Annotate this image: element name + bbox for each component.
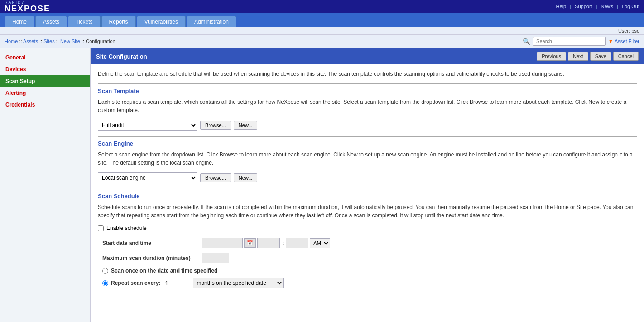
- repeat-frequency-select[interactable]: months on the specified date weeks days …: [193, 278, 284, 288]
- scan-engine-desc: Select a scan engine from the dropdown l…: [98, 151, 637, 167]
- user-label: User: pso: [618, 28, 639, 34]
- start-date-row: Start date and time 📅 : AM PM: [98, 238, 637, 248]
- sidebar-item-devices[interactable]: Devices: [0, 63, 90, 75]
- repeat-scan-radio[interactable]: [102, 280, 108, 286]
- search-input[interactable]: [533, 37, 606, 46]
- scan-schedule-desc: Schedule scans to run once or repeatedly…: [98, 203, 637, 220]
- scan-engine-divider: [98, 136, 637, 137]
- enable-schedule-label: Enable schedule: [106, 225, 147, 231]
- next-button[interactable]: Next: [568, 52, 588, 61]
- enable-schedule-row: Enable schedule: [98, 225, 637, 231]
- support-link[interactable]: Support: [575, 4, 592, 9]
- breadcrumb-assets[interactable]: Assets: [23, 39, 38, 44]
- intro-text: Define the scan template and schedule th…: [98, 70, 637, 78]
- sidebar: General Devices Scan Setup Alerting Cred…: [0, 48, 91, 322]
- start-date-input[interactable]: [202, 238, 243, 248]
- sidebar-item-scan-setup[interactable]: Scan Setup: [0, 75, 90, 87]
- search-area: 🔍 ▼ Asset Filter: [523, 37, 639, 46]
- config-header: Site Configuration Previous Next Save Ca…: [91, 48, 644, 64]
- time-separator: :: [282, 240, 284, 246]
- help-link[interactable]: Help: [556, 4, 567, 9]
- section-content: Define the scan template and schedule th…: [91, 64, 644, 298]
- sidebar-item-general[interactable]: General: [0, 52, 90, 63]
- scan-engine-title: Scan Engine: [98, 140, 637, 147]
- save-button[interactable]: Save: [590, 52, 611, 61]
- breadcrumb-bar: Home :: Assets :: Sites :: New Site :: C…: [0, 35, 644, 48]
- previous-button[interactable]: Previous: [537, 52, 566, 61]
- top-links: Help | Support | News | Log Out: [556, 4, 639, 9]
- time-minutes-input[interactable]: [286, 238, 308, 248]
- filter-icon: ▼: [608, 39, 613, 44]
- max-duration-row: Maximum scan duration (minutes): [98, 253, 637, 263]
- scan-once-radio[interactable]: [102, 268, 108, 274]
- tab-home[interactable]: Home: [5, 16, 34, 27]
- max-duration-input[interactable]: [202, 253, 229, 263]
- scan-once-label: Scan once on the date and time specified: [111, 268, 217, 274]
- tab-tickets[interactable]: Tickets: [68, 16, 101, 27]
- breadcrumb-home[interactable]: Home: [5, 39, 18, 44]
- calendar-button[interactable]: 📅: [244, 238, 256, 248]
- scan-engine-select[interactable]: Local scan engine Remote engine 1: [98, 172, 197, 183]
- scan-engine-browse-button[interactable]: Browse...: [200, 173, 231, 182]
- content-area: Site Configuration Previous Next Save Ca…: [91, 48, 644, 322]
- tab-reports[interactable]: Reports: [101, 16, 136, 27]
- time-hours-input[interactable]: [257, 238, 280, 248]
- start-date-label: Start date and time: [102, 240, 202, 246]
- user-bar: User: pso: [0, 27, 644, 35]
- asset-filter-label: Asset Filter: [615, 39, 639, 44]
- tab-administration[interactable]: Administration: [187, 16, 236, 27]
- logo-area: RAPID7 NEXPOSE: [5, 0, 50, 13]
- search-icon: 🔍: [523, 38, 530, 45]
- repeat-value-input[interactable]: [163, 278, 190, 288]
- top-bar: RAPID7 NEXPOSE Help | Support | News | L…: [0, 0, 644, 13]
- enable-schedule-checkbox[interactable]: [98, 225, 104, 231]
- logo-icon: RAPID7 NEXPOSE: [5, 0, 50, 13]
- config-title: Site Configuration: [96, 53, 147, 60]
- scan-template-desc: Each site requires a scan template, whic…: [98, 98, 637, 114]
- scan-once-row: Scan once on the date and time specified: [98, 268, 637, 274]
- logout-link[interactable]: Log Out: [622, 4, 639, 9]
- repeat-scan-label: Repeat scan every:: [111, 280, 160, 286]
- breadcrumb-configuration: Configuration: [86, 39, 115, 44]
- scan-template-row: Full audit Discovery scan Exhaustive Web…: [98, 120, 637, 131]
- cancel-button[interactable]: Cancel: [613, 52, 639, 61]
- scan-template-browse-button[interactable]: Browse...: [200, 121, 231, 130]
- scan-engine-new-button[interactable]: New...: [234, 173, 258, 182]
- breadcrumb: Home :: Assets :: Sites :: New Site :: C…: [5, 39, 115, 44]
- tab-vulnerabilities[interactable]: Vulnerabilities: [137, 16, 186, 27]
- max-duration-label: Maximum scan duration (minutes): [102, 255, 202, 261]
- config-buttons: Previous Next Save Cancel: [537, 52, 639, 61]
- sidebar-item-alerting[interactable]: Alerting: [0, 87, 90, 99]
- start-date-controls: 📅 : AM PM: [202, 238, 330, 248]
- repeat-scan-row: Repeat scan every: months on the specifi…: [98, 278, 637, 288]
- scan-template-title: Scan Template: [98, 88, 637, 94]
- scan-schedule-divider: [98, 189, 637, 189]
- sidebar-item-credentials[interactable]: Credentials: [0, 99, 90, 111]
- tab-assets[interactable]: Assets: [35, 16, 67, 27]
- scan-template-new-button[interactable]: New...: [234, 121, 258, 130]
- nav-tabs: Home Assets Tickets Reports Vulnerabilit…: [0, 13, 644, 27]
- breadcrumb-sites[interactable]: Sites: [43, 39, 54, 44]
- logo-product: NEXPOSE: [5, 5, 50, 13]
- ampm-select[interactable]: AM PM: [310, 238, 330, 248]
- breadcrumb-new-site[interactable]: New Site: [60, 39, 80, 44]
- news-link[interactable]: News: [601, 4, 613, 9]
- asset-filter[interactable]: ▼ Asset Filter: [608, 39, 639, 44]
- scan-schedule-title: Scan Schedule: [98, 193, 637, 200]
- scan-template-divider: [98, 83, 637, 84]
- scan-template-select[interactable]: Full audit Discovery scan Exhaustive Web…: [98, 120, 197, 131]
- scan-engine-row: Local scan engine Remote engine 1 Browse…: [98, 172, 637, 183]
- main-layout: General Devices Scan Setup Alerting Cred…: [0, 48, 644, 322]
